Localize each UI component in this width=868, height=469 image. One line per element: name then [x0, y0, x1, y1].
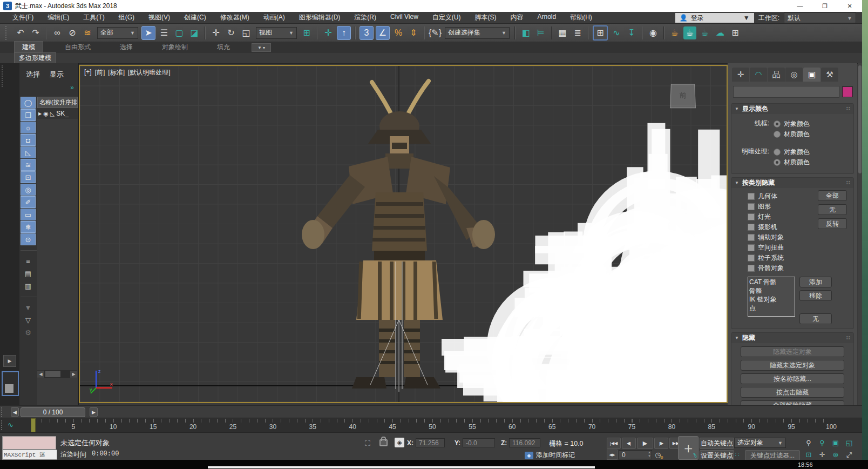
render-setup-icon[interactable]: ☕ [668, 26, 681, 39]
category-side-button[interactable]: 无 [818, 204, 847, 215]
select-object-icon[interactable]: ➤ [141, 26, 155, 40]
previous-frame-arrow[interactable]: ◀ [11, 407, 19, 417]
visibility-eye-icon[interactable]: ◉ [43, 110, 49, 117]
key-target-dropdown[interactable]: 选定对象 ▼ [734, 438, 786, 448]
selection-lock-icon[interactable] [379, 439, 388, 446]
curve-editor-icon[interactable]: ∿ [610, 26, 623, 39]
named-selection-sets-dropdown[interactable]: 创建选择集▼ [445, 27, 510, 39]
radio-option[interactable]: 材质颜色 [774, 130, 810, 139]
polygon-modeling-tab[interactable]: 多边形建模 [14, 52, 56, 64]
viewport-menu-pov[interactable]: [前] [95, 68, 105, 77]
ribbon-tab[interactable]: 填充 [209, 42, 238, 53]
track-bar[interactable]: ∿ 05101520253035404550556065707580859095… [0, 418, 862, 433]
name-column-header[interactable]: 名称(按升序排 [37, 97, 78, 108]
menu-item[interactable]: Civil View [383, 13, 425, 22]
object-color-swatch[interactable] [842, 86, 853, 97]
toolbar-grip[interactable] [5, 26, 10, 40]
layer-explorer-icon[interactable]: ≣ [571, 26, 584, 39]
radio-icon[interactable] [774, 120, 781, 128]
viewport-canvas[interactable] [80, 66, 727, 402]
display-lights-icon[interactable]: ☼ [21, 122, 36, 133]
current-frame-field[interactable]: 0 ▲▼ [619, 450, 652, 459]
category-checkbox-row[interactable]: 骨骼对象 [748, 263, 850, 273]
use-pivot-center-icon[interactable]: ⊞ [300, 26, 313, 39]
hide-action-button[interactable]: 隐藏选定对象 [741, 346, 844, 357]
select-by-name-icon[interactable]: ☰ [158, 26, 171, 39]
object-name-field[interactable] [733, 86, 839, 98]
category-checkbox-row[interactable]: 辅助对象 [748, 232, 850, 243]
menu-item[interactable]: 脚本(S) [467, 13, 503, 22]
rectangular-selection-region-icon[interactable]: ▢ [173, 26, 186, 39]
radio-icon[interactable] [774, 131, 781, 138]
select-and-rotate-icon[interactable]: ↻ [225, 26, 238, 39]
tab-display[interactable]: ▣ [803, 68, 820, 82]
explorer-hscrollbar[interactable]: ◀ ▶ [37, 370, 77, 378]
menu-item[interactable]: 修改器(M) [213, 13, 256, 22]
checkbox-icon[interactable] [748, 254, 755, 262]
absolute-offset-toggle-icon[interactable]: ◈ [395, 438, 404, 447]
radio-option[interactable]: 材质颜色 [774, 158, 810, 167]
checkbox-icon[interactable] [748, 234, 755, 241]
display-cameras-icon[interactable]: ◘ [21, 134, 36, 146]
tab-modify[interactable]: ◠ [750, 68, 767, 82]
close-button[interactable]: ✕ [837, 0, 862, 12]
schematic-view-icon[interactable]: ↧ [625, 26, 638, 39]
mirror-icon[interactable]: ◧ [519, 26, 532, 39]
align-icon[interactable]: ⊨ [534, 26, 547, 39]
panel-scrollbar[interactable] [858, 63, 862, 405]
radio-option[interactable]: 对象颜色 [774, 119, 810, 129]
hide-action-button[interactable]: 隐藏未选定对象 [741, 360, 844, 371]
detail-view-icon[interactable]: ▤ [21, 267, 36, 279]
menu-item[interactable]: 组(G) [112, 13, 141, 22]
hide-action-button[interactable]: 按点击隐藏 [741, 387, 844, 398]
menu-item[interactable]: 帮助(H) [563, 13, 599, 22]
hide-action-button[interactable]: 全部解除隐藏 [741, 400, 844, 405]
scroll-left-button[interactable]: ◀ [37, 371, 44, 378]
ribbon-toggle-icon[interactable]: ⊞ [593, 25, 608, 41]
list-item[interactable]: 骨骼 [749, 286, 794, 295]
ribbon-tab[interactable]: 选择 [112, 42, 140, 53]
key-mode-toggle-icon[interactable]: ◀▶ [607, 450, 618, 460]
time-slider-handle[interactable]: 0 / 100 [21, 407, 85, 417]
rendered-frame-window-icon[interactable]: ☕ [683, 26, 696, 39]
z-coordinate-field[interactable]: 116.092 [509, 438, 540, 447]
menu-item[interactable]: 图形编辑器(D) [292, 13, 348, 22]
display-groups-icon[interactable]: ⊡ [21, 171, 36, 183]
list-side-button[interactable]: 无 [799, 313, 832, 324]
previous-frame-button[interactable]: ◀| [622, 438, 636, 449]
auto-key-button[interactable]: 自动关键点 [700, 438, 734, 449]
category-side-button[interactable]: 全部 [818, 190, 847, 201]
checkbox-icon[interactable] [748, 224, 755, 231]
isolate-selection-icon[interactable]: ⛶ [365, 439, 370, 448]
list-item[interactable]: 点 [749, 304, 794, 312]
ribbon-overflow-dropdown[interactable]: ▼ ▾ [252, 43, 271, 52]
window-crossing-icon[interactable]: ◪ [188, 26, 201, 39]
display-hidden-icon[interactable]: ⊙ [21, 233, 36, 245]
explorer-tab[interactable]: 显示 [50, 70, 64, 79]
overflow-chevron-icon[interactable]: » [70, 84, 74, 91]
menu-item[interactable]: Arnold [530, 13, 563, 22]
angle-snap-icon[interactable]: ∠ [376, 26, 390, 40]
maxscript-listener-label[interactable]: MAXScript 迷 [2, 450, 57, 460]
menu-item[interactable]: 渲染(R) [347, 13, 383, 22]
menu-item[interactable]: 文件(F) [5, 13, 40, 22]
radio-option[interactable]: 对象颜色 [774, 148, 810, 157]
viewport-layout-tab[interactable] [2, 371, 19, 396]
checkbox-icon[interactable] [748, 193, 755, 200]
rollout-header[interactable]: ▼ 显示颜色 ∷ [731, 104, 853, 114]
category-side-button[interactable]: 反转 [818, 218, 847, 229]
toolbar-grip[interactable] [1, 420, 2, 430]
zoom-extents-icon[interactable]: ▣ [829, 437, 842, 448]
restore-button[interactable]: ❐ [812, 0, 837, 12]
filter-combo-icon[interactable]: ▼ [21, 302, 36, 313]
ribbon-tab[interactable]: 建模 [14, 41, 43, 53]
snap-toggle-3d-icon[interactable]: 3 [360, 26, 374, 40]
ribbon-tab[interactable]: 自由形式 [57, 42, 98, 53]
display-bones-icon[interactable]: ✐ [21, 196, 36, 208]
menu-item[interactable]: 自定义(U) [425, 13, 468, 22]
spinner-icon[interactable]: ▲▼ [648, 451, 651, 458]
maximize-viewport-icon[interactable]: ⤢ [843, 449, 856, 460]
x-coordinate-field[interactable]: 71.256 [416, 438, 445, 447]
bind-to-space-warp-icon[interactable]: ≋ [81, 26, 94, 39]
expand-triangle-icon[interactable]: ▶ [38, 111, 42, 116]
